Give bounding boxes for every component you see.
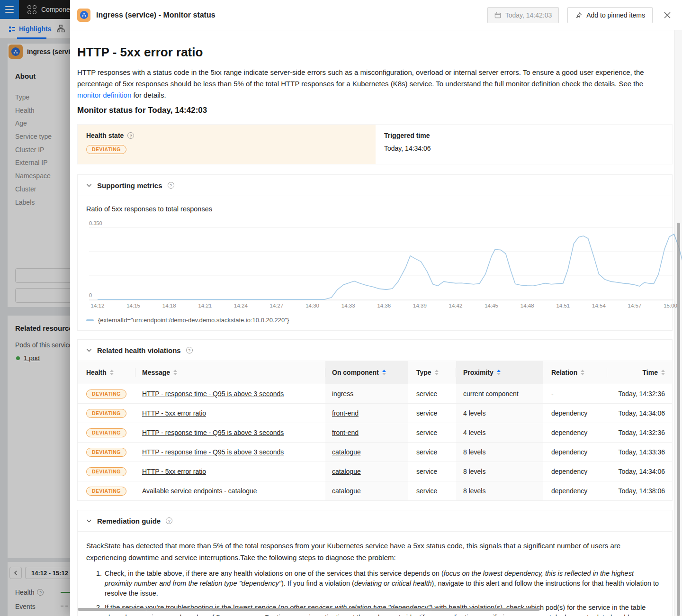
time-cell: Today, 14:32:36 (607, 384, 672, 403)
violations-header-row: HealthMessageOn componentTypeProximityRe… (78, 361, 672, 384)
supporting-metrics-header[interactable]: Supporting metrics (78, 175, 672, 196)
column-label: Health (86, 369, 107, 376)
column-header-time[interactable]: Time (607, 361, 672, 384)
column-header-on-component[interactable]: On component (325, 361, 408, 384)
relation-cell: - (543, 384, 607, 403)
time-cell: Today, 14:34:06 (607, 462, 672, 481)
caret-down-icon (497, 373, 501, 375)
time-cell: Today, 14:33:36 (607, 442, 672, 462)
column-label: Type (416, 369, 431, 376)
caret-up-icon (581, 370, 584, 372)
screen: Component Highlights ingress (service) A… (0, 0, 682, 616)
question-circle-icon[interactable] (127, 132, 134, 139)
legend-label: {externalId="urn:endpoint:/demo-dev.demo… (98, 317, 289, 324)
date-picker-button[interactable]: Today, 14:42:03 (487, 7, 559, 23)
component-link[interactable]: catalogue (332, 487, 361, 495)
caret-up-icon (382, 370, 386, 372)
legend-line-icon (86, 319, 94, 321)
column-label: Message (142, 369, 170, 376)
line-chart[interactable]: 14:1214:1514:1814:2114:2414:2714:3014:33… (84, 221, 682, 311)
sort-icon (173, 370, 177, 375)
svg-text:14:39: 14:39 (413, 303, 427, 308)
component-link[interactable]: front-end (332, 429, 359, 436)
status-heading: Monitor status for Today, 14:42:03 (77, 106, 207, 115)
column-header-health[interactable]: Health (78, 361, 135, 384)
column-header-type[interactable]: Type (408, 361, 456, 384)
message-link[interactable]: Available service endpoints - catalogue (142, 487, 257, 495)
proximity-cell: current component (456, 384, 543, 403)
health-cell: DEVIATING (78, 384, 135, 403)
modal-title: ingress (service) - Monitor status (96, 11, 215, 19)
svg-text:14:36: 14:36 (377, 303, 391, 308)
svg-text:14:18: 14:18 (162, 303, 176, 308)
remediation-header[interactable]: Remediation guide (78, 510, 672, 532)
question-circle-icon[interactable] (186, 347, 193, 353)
relation-cell: dependency (543, 462, 607, 481)
column-header-relation[interactable]: Relation (543, 361, 607, 384)
monitor-definition-link[interactable]: monitor definition (77, 91, 131, 99)
svg-text:14:30: 14:30 (305, 303, 319, 308)
message-link[interactable]: HTTP - response time - Q95 is above 3 se… (142, 390, 284, 398)
description-text: HTTP responses with a status code in the… (77, 68, 644, 88)
svg-text:14:48: 14:48 (520, 303, 534, 308)
type-cell: service (408, 423, 456, 442)
step-text: ). If you find a violation ( (281, 580, 354, 587)
time-cell: Today, 14:34:06 (607, 403, 672, 423)
calendar-icon (494, 12, 501, 18)
message-cell: HTTP - response time - Q95 is above 3 se… (135, 423, 325, 442)
remediation-step: Check, in the table above, if there are … (104, 569, 663, 598)
deviating-badge: DEVIATING (86, 409, 126, 418)
supporting-metrics-section: Supporting metrics Ratio of 5xx response… (77, 174, 673, 331)
svg-text:14:12: 14:12 (91, 303, 105, 308)
chevron-down-icon[interactable] (86, 518, 92, 524)
health-cell: DEVIATING (78, 423, 135, 442)
caret-down-icon (173, 373, 177, 375)
date-button-label: Today, 14:42:03 (505, 11, 552, 19)
violations-title: Related health violations (97, 346, 181, 354)
caret-up-icon (110, 370, 114, 372)
health-cell: DEVIATING (78, 481, 135, 500)
svg-text:14:33: 14:33 (341, 303, 355, 308)
chevron-down-icon[interactable] (86, 348, 92, 353)
close-icon[interactable] (662, 10, 673, 20)
proximity-cell: 4 levels (456, 423, 543, 442)
message-link[interactable]: HTTP - response time - Q95 is above 3 se… (142, 448, 284, 456)
violations-header[interactable]: Related health violations (78, 340, 672, 361)
sort-icon (435, 370, 439, 375)
question-circle-icon[interactable] (166, 517, 172, 524)
table-row: DEVIATINGHTTP - 5xx error ratiocatalogue… (78, 462, 672, 481)
health-cell: DEVIATING (78, 462, 135, 481)
message-link[interactable]: HTTP - response time - Q95 is above 3 se… (142, 429, 284, 436)
violations-table: HealthMessageOn componentTypeProximityRe… (78, 361, 672, 500)
column-header-proximity[interactable]: Proximity (456, 361, 543, 384)
column-header-message[interactable]: Message (135, 361, 325, 384)
component-link[interactable]: catalogue (332, 448, 361, 456)
triggered-time-label: Triggered time (384, 132, 430, 139)
table-row: DEVIATINGHTTP - 5xx error ratiofront-end… (78, 403, 672, 423)
question-circle-icon[interactable] (168, 182, 174, 189)
monitor-status-modal: ingress (service) - Monitor status Today… (70, 0, 682, 616)
service-icon (77, 9, 90, 22)
message-link[interactable]: HTTP - 5xx error ratio (142, 409, 206, 417)
health-cell: DEVIATING (78, 403, 135, 423)
vertical-scrollbar-thumb[interactable] (677, 223, 680, 616)
description-text-end: for details. (131, 91, 166, 99)
proximity-cell: 8 levels (456, 462, 543, 481)
add-to-pinned-button[interactable]: Add to pinned items (567, 7, 653, 23)
sort-icon (497, 370, 501, 375)
chevron-down-icon[interactable] (86, 183, 92, 188)
component-link[interactable]: front-end (332, 409, 359, 417)
caret-up-icon (661, 370, 665, 372)
svg-text:14:42: 14:42 (449, 303, 463, 308)
deviating-badge: DEVIATING (86, 487, 126, 496)
relation-cell: dependency (543, 403, 607, 423)
triggered-time-panel: Triggered time Today, 14:34:06 (376, 125, 672, 164)
type-cell: service (408, 462, 456, 481)
horizontal-scrollbar[interactable] (78, 608, 540, 611)
related-health-violations-section: Related health violations HealthMessageO… (77, 339, 673, 501)
svg-text:14:24: 14:24 (234, 303, 248, 308)
triggered-time-value: Today, 14:34:06 (384, 145, 664, 152)
message-link[interactable]: HTTP - 5xx error ratio (142, 468, 206, 475)
component-link[interactable]: catalogue (332, 468, 361, 475)
caret-down-icon (435, 373, 439, 375)
